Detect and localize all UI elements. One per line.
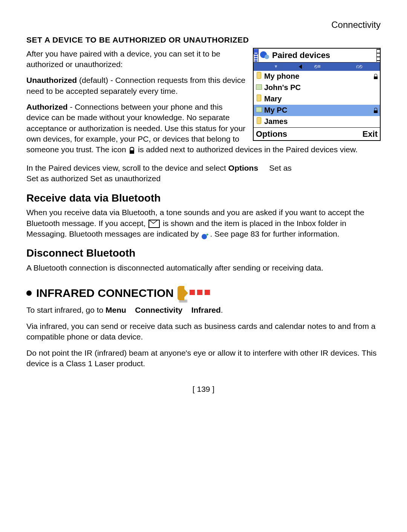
text-receive-c: . See page 83 for further information. <box>210 229 339 238</box>
para-options-path: In the Paired devices view, scroll to th… <box>26 163 381 184</box>
label-authorized: Authorized <box>26 102 68 111</box>
paired-devices-screenshot: Paired devices ▼ ⎋≡ ⎌⎋ My phoneJohn's PC… <box>253 48 381 141</box>
heading-infrared: INFRARED CONNECTION <box>26 284 381 303</box>
bluetooth-icon <box>260 50 271 61</box>
signal-indicator-icon <box>376 49 380 62</box>
tab-right-icon: ⎌⎋ <box>338 63 380 70</box>
phone-titlebar: Paired devices <box>254 49 380 63</box>
device-name: Mary <box>264 94 378 104</box>
device-name: My PC <box>264 105 373 115</box>
para-ir-2: Via infrared, you can send or receive da… <box>26 321 381 342</box>
ir-connectivity: Connectivity <box>135 306 182 314</box>
device-row[interactable]: Mary <box>254 93 380 105</box>
infrared-icon <box>177 284 211 303</box>
device-row[interactable]: My phone <box>254 71 380 82</box>
envelope-icon <box>148 220 160 228</box>
para-ir-start: To start infrared, go to Menu Connectivi… <box>26 305 381 315</box>
ir-infrared: Infrared <box>191 306 221 314</box>
softkey-options[interactable]: Options <box>256 128 287 140</box>
tab-center: ⎋≡ <box>297 63 338 70</box>
battery-indicator-icon <box>254 49 259 62</box>
para-ir-3: Do not point the IR (infrared) beam at a… <box>26 348 381 369</box>
phone-tabs: ▼ ⎋≡ ⎌⎋ <box>254 63 380 71</box>
device-row[interactable]: James <box>254 116 380 127</box>
phone-icon <box>255 95 263 103</box>
page-header-section: Connectivity <box>26 19 381 31</box>
page-number: [ 139 ] <box>26 384 381 394</box>
tab-devices-icon: ⎋≡ <box>314 63 320 69</box>
text-ir-start-a: To start infrared, go to <box>26 306 106 314</box>
lock-icon <box>373 74 378 79</box>
device-row[interactable]: John's PC <box>254 82 380 93</box>
bluetooth-message-icon: ✦ <box>202 232 209 239</box>
text-p4b: Set as authorized <box>26 174 88 183</box>
para-disconnect: A Bluetooth connection is disconnected a… <box>26 263 381 273</box>
lock-icon <box>129 147 135 154</box>
ir-period: . <box>221 306 223 314</box>
lock-icon <box>373 108 378 113</box>
device-name: John's PC <box>264 83 378 93</box>
heading-receive: Receive data via Bluetooth <box>26 191 381 205</box>
computer-icon <box>255 107 263 114</box>
text-p4a: In the Paired devices view, scroll to th… <box>26 164 228 172</box>
text-setas: Set as <box>269 164 292 172</box>
device-row[interactable]: My PC <box>254 105 380 116</box>
heading-authorize: SET A DEVICE TO BE AUTHORIZED OR UNAUTHO… <box>26 35 381 45</box>
ir-menu: Menu <box>106 306 126 314</box>
text-p4c: Set as unauthorized <box>88 174 161 183</box>
heading-infrared-text: INFRARED CONNECTION <box>36 286 174 301</box>
heading-disconnect: Disconnect Bluetooth <box>26 246 381 260</box>
phone-screen-title: Paired devices <box>272 50 376 61</box>
computer-icon <box>255 84 263 92</box>
phone-icon <box>255 117 263 126</box>
label-unauthorized: Unauthorized <box>26 76 77 84</box>
device-list: My phoneJohn's PCMaryMy PCJames <box>254 71 380 127</box>
para-receive: When you receive data via Bluetooth, a t… <box>26 207 381 239</box>
device-name: My phone <box>264 71 373 81</box>
softkey-exit[interactable]: Exit <box>363 128 378 140</box>
options-word: Options <box>228 164 258 172</box>
bullet-icon <box>26 290 32 296</box>
tab-left-icon: ▼ <box>254 64 297 69</box>
phone-icon <box>255 72 263 81</box>
device-name: James <box>264 116 378 127</box>
text-auth-rest-b: is added next to authorized devices in t… <box>136 145 357 154</box>
